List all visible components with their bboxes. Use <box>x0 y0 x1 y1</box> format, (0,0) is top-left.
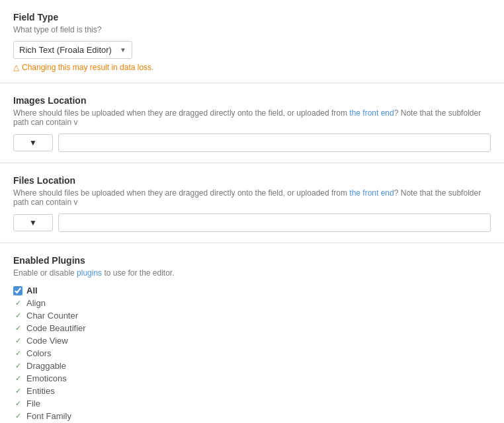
files-location-front-end-link[interactable]: the front end <box>349 188 394 198</box>
check-icon: ✓ <box>13 387 22 395</box>
plugin-font-family-label: Font Family <box>26 411 71 421</box>
field-type-title: Field Type <box>13 12 491 22</box>
images-location-dropdown[interactable]: ▼ <box>13 134 53 151</box>
field-type-section: Field Type What type of field is this? R… <box>0 0 504 83</box>
page-container: Field Type What type of field is this? R… <box>0 0 504 423</box>
enabled-plugins-title: Enabled Plugins <box>13 255 491 266</box>
check-icon: ✓ <box>13 336 22 345</box>
plugin-entities-item: ✓ Entities <box>13 385 491 397</box>
plugin-align-item: ✓ Align <box>13 297 491 309</box>
field-type-description: What type of field is this? <box>13 25 491 34</box>
images-location-input[interactable] <box>58 134 491 152</box>
plugin-char-counter-label: Char Counter <box>26 311 78 321</box>
files-location-dropdown[interactable]: ▼ <box>13 214 53 231</box>
enabled-plugins-description: Enable or disable plugins to use for the… <box>13 268 491 278</box>
plugin-entities-label: Entities <box>26 386 55 396</box>
check-icon: ✓ <box>13 311 22 320</box>
files-location-section: Files Location Where should files be upl… <box>0 163 504 243</box>
check-icon: ✓ <box>13 349 22 358</box>
plugins-list: All ✓ Align ✓ Char Counter ✓ Code Beauti… <box>13 284 491 423</box>
chevron-down-icon: ▼ <box>120 46 126 54</box>
plugin-all-checkbox[interactable] <box>13 286 22 295</box>
images-location-description: Where should files be uploaded when they… <box>13 108 491 127</box>
chevron-down-icon: ▼ <box>29 138 37 147</box>
files-location-input[interactable] <box>58 213 491 232</box>
plugin-file-label: File <box>26 399 40 408</box>
plugin-colors-label: Colors <box>26 348 52 358</box>
plugin-all-item: All <box>13 284 491 297</box>
enabled-plugins-section: Enabled Plugins Enable or disable plugin… <box>0 243 504 423</box>
files-location-description: Where should files be uploaded when they… <box>13 188 491 207</box>
warning-icon: △ <box>13 63 19 72</box>
plugin-colors-item: ✓ Colors <box>13 347 491 360</box>
plugin-draggable-item: ✓ Draggable <box>13 360 491 372</box>
plugin-file-item: ✓ File <box>13 397 491 410</box>
check-icon: ✓ <box>13 374 22 383</box>
images-location-front-end-link[interactable]: the front end <box>349 108 394 118</box>
check-icon: ✓ <box>13 399 22 408</box>
field-type-warning: △ Changing this may result in data loss. <box>13 63 491 72</box>
chevron-down-icon: ▼ <box>29 218 37 227</box>
plugin-code-view-item: ✓ Code View <box>13 334 491 347</box>
plugin-align-label: Align <box>26 298 46 308</box>
plugins-link[interactable]: plugins <box>77 268 102 278</box>
images-location-row: ▼ <box>13 134 491 152</box>
images-location-title: Images Location <box>13 95 491 106</box>
field-type-dropdown[interactable]: Rich Text (Froala Editor) ▼ <box>13 41 132 59</box>
check-icon: ✓ <box>13 299 22 307</box>
check-icon: ✓ <box>13 362 22 370</box>
plugin-code-beautifier-item: ✓ Code Beautifier <box>13 322 491 334</box>
images-location-section: Images Location Where should files be up… <box>0 83 504 163</box>
plugin-code-view-label: Code View <box>26 336 68 346</box>
plugin-font-family-item: ✓ Font Family <box>13 410 491 422</box>
files-location-title: Files Location <box>13 175 491 186</box>
plugin-emoticons-item: ✓ Emoticons <box>13 372 491 385</box>
plugin-draggable-label: Draggable <box>26 361 66 371</box>
plugin-code-beautifier-label: Code Beautifier <box>26 323 86 333</box>
field-type-selected-value: Rich Text (Froala Editor) <box>19 45 112 55</box>
files-location-row: ▼ <box>13 213 491 232</box>
check-icon: ✓ <box>13 324 22 332</box>
check-icon: ✓ <box>13 412 22 420</box>
plugin-char-counter-item: ✓ Char Counter <box>13 309 491 322</box>
plugin-all-label: All <box>26 286 38 295</box>
plugin-emoticons-label: Emoticons <box>26 373 67 383</box>
